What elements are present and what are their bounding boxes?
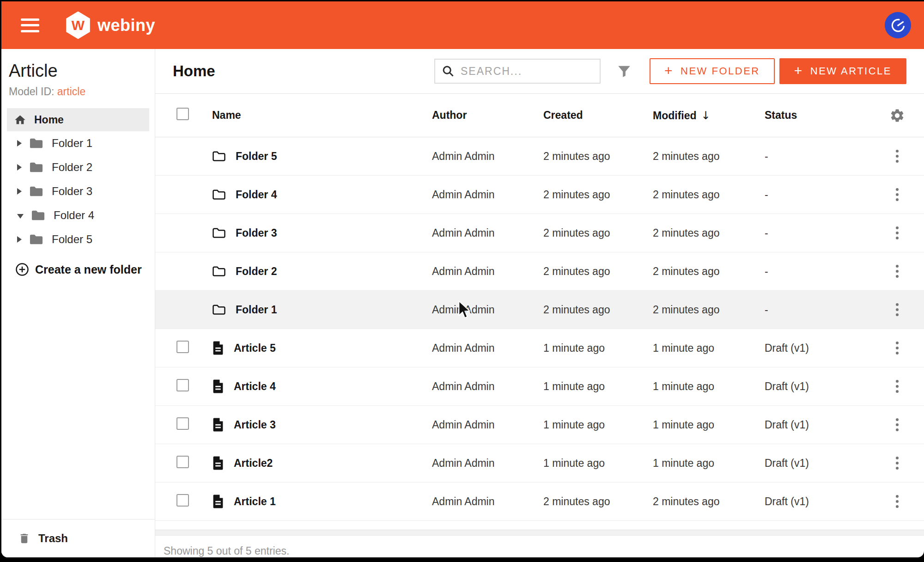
entry-name[interactable]: Folder 2	[236, 265, 277, 278]
column-header-name[interactable]: Name	[212, 109, 432, 122]
cell-status: -	[765, 304, 880, 316]
gear-icon	[889, 108, 905, 123]
table-row[interactable]: Article 5 Admin Admin 1 minute ago 1 min…	[155, 329, 924, 367]
row-checkbox[interactable]	[176, 341, 189, 353]
kebab-menu-icon[interactable]	[893, 185, 901, 204]
cell-author: Admin Admin	[432, 342, 543, 354]
entry-name[interactable]: Folder 4	[236, 189, 277, 201]
webiny-logo-icon[interactable]: W	[65, 12, 91, 39]
sidebar-folder-item[interactable]: Folder 5	[1, 227, 155, 251]
brand-wordmark: webiny	[97, 16, 155, 35]
row-checkbox[interactable]	[176, 494, 189, 507]
new-article-button[interactable]: + NEW ARTICLE	[779, 58, 906, 84]
kebab-menu-icon[interactable]	[893, 147, 901, 165]
home-icon	[14, 114, 26, 126]
select-all-checkbox[interactable]	[176, 108, 189, 120]
sidebar-folder-item[interactable]: Folder 4	[1, 203, 155, 227]
cell-modified: 1 minute ago	[653, 419, 765, 431]
plus-icon: +	[664, 64, 674, 78]
user-avatar[interactable]	[885, 12, 911, 38]
caret-icon[interactable]	[17, 236, 22, 243]
cell-created: 1 minute ago	[543, 457, 653, 470]
sidebar-folder-item[interactable]: Folder 1	[1, 131, 155, 155]
entry-name[interactable]: Article 3	[234, 419, 276, 431]
caret-icon[interactable]	[17, 214, 24, 219]
cell-status: -	[765, 189, 880, 201]
row-checkbox[interactable]	[176, 417, 189, 430]
table-row[interactable]: Folder 3 Admin Admin 2 minutes ago 2 min…	[155, 214, 924, 252]
row-checkbox[interactable]	[176, 456, 189, 468]
table-header: Name Author Created Modified↓ Status	[155, 94, 924, 137]
cell-modified: 1 minute ago	[653, 342, 765, 354]
entry-name[interactable]: Folder 3	[236, 227, 277, 239]
model-id: Model ID: article	[9, 86, 147, 98]
entry-name[interactable]: Folder 5	[236, 150, 277, 163]
caret-icon[interactable]	[17, 164, 22, 171]
column-header-status[interactable]: Status	[765, 109, 880, 122]
folder-icon	[29, 233, 43, 245]
table-row[interactable]: Article 3 Admin Admin 1 minute ago 1 min…	[155, 406, 924, 444]
column-header-created[interactable]: Created	[543, 109, 653, 122]
entry-name[interactable]: Article 5	[234, 342, 276, 354]
app-window: W webiny Article Model ID: article Home	[1, 1, 924, 557]
folder-label: Folder 3	[52, 185, 92, 198]
kebab-menu-icon[interactable]	[893, 454, 901, 472]
table-row[interactable]: Article2 Admin Admin 1 minute ago 1 minu…	[155, 444, 924, 483]
plus-circle-icon	[15, 263, 29, 276]
sidebar-folder-item[interactable]: Folder 2	[1, 155, 155, 179]
entry-name[interactable]: Article2	[234, 457, 273, 470]
caret-icon[interactable]	[17, 188, 22, 195]
sidebar-item-home[interactable]: Home	[7, 108, 149, 131]
folder-icon	[29, 161, 43, 173]
document-icon	[212, 341, 224, 355]
cell-author: Admin Admin	[432, 419, 543, 431]
cell-author: Admin Admin	[432, 495, 543, 508]
kebab-menu-icon[interactable]	[893, 300, 901, 319]
create-new-folder-button[interactable]: Create a new folder	[1, 263, 155, 276]
entries-count: Showing 5 out of 5 entries.	[155, 536, 924, 557]
cell-status: Draft (v1)	[765, 495, 880, 508]
table-row[interactable]: Folder 1 Admin Admin 2 minutes ago 2 min…	[155, 291, 924, 329]
main-content: Home + NEW FOLDER + NEW ARTICLE	[155, 49, 924, 557]
kebab-menu-icon[interactable]	[893, 262, 901, 281]
cell-author: Admin Admin	[432, 457, 543, 470]
table-row[interactable]: Folder 2 Admin Admin 2 minutes ago 2 min…	[155, 252, 924, 291]
kebab-menu-icon[interactable]	[893, 224, 901, 242]
kebab-menu-icon[interactable]	[893, 415, 901, 434]
cell-modified: 2 minutes ago	[653, 189, 765, 201]
folder-label: Folder 1	[52, 137, 92, 150]
search-input[interactable]	[461, 65, 593, 78]
table-row[interactable]: Article 4 Admin Admin 1 minute ago 1 min…	[155, 367, 924, 406]
filter-button[interactable]	[616, 63, 632, 79]
table-row[interactable]: Folder 5 Admin Admin 2 minutes ago 2 min…	[155, 137, 924, 176]
entry-name[interactable]: Article 4	[234, 380, 276, 393]
cell-modified: 2 minutes ago	[653, 495, 765, 508]
new-article-label: NEW ARTICLE	[810, 65, 892, 77]
cell-created: 1 minute ago	[543, 419, 653, 431]
entry-name[interactable]: Article 1	[234, 495, 276, 508]
model-id-value[interactable]: article	[57, 86, 85, 98]
trash-button[interactable]: Trash	[1, 519, 155, 557]
cell-author: Admin Admin	[432, 380, 543, 393]
kebab-menu-icon[interactable]	[893, 492, 901, 511]
cell-created: 1 minute ago	[543, 342, 653, 354]
table-row[interactable]: Folder 4 Admin Admin 2 minutes ago 2 min…	[155, 176, 924, 214]
row-checkbox[interactable]	[176, 379, 189, 391]
column-header-modified[interactable]: Modified↓	[653, 109, 765, 122]
hamburger-menu-icon[interactable]	[21, 18, 39, 32]
caret-icon[interactable]	[17, 140, 22, 147]
kebab-menu-icon[interactable]	[893, 377, 901, 396]
entry-name[interactable]: Folder 1	[236, 304, 277, 316]
search-box[interactable]	[434, 59, 601, 84]
cell-modified: 2 minutes ago	[653, 150, 765, 163]
folder-label: Folder 2	[52, 161, 92, 174]
kebab-menu-icon[interactable]	[893, 339, 901, 357]
cell-author: Admin Admin	[432, 304, 543, 316]
table-body: Folder 5 Admin Admin 2 minutes ago 2 min…	[155, 137, 924, 521]
table-row[interactable]: Article 1 Admin Admin 2 minutes ago 2 mi…	[155, 483, 924, 521]
cell-author: Admin Admin	[432, 189, 543, 201]
table-settings-button[interactable]	[889, 108, 905, 123]
column-header-author[interactable]: Author	[432, 109, 543, 122]
sidebar-folder-item[interactable]: Folder 3	[1, 179, 155, 203]
new-folder-button[interactable]: + NEW FOLDER	[650, 58, 775, 84]
